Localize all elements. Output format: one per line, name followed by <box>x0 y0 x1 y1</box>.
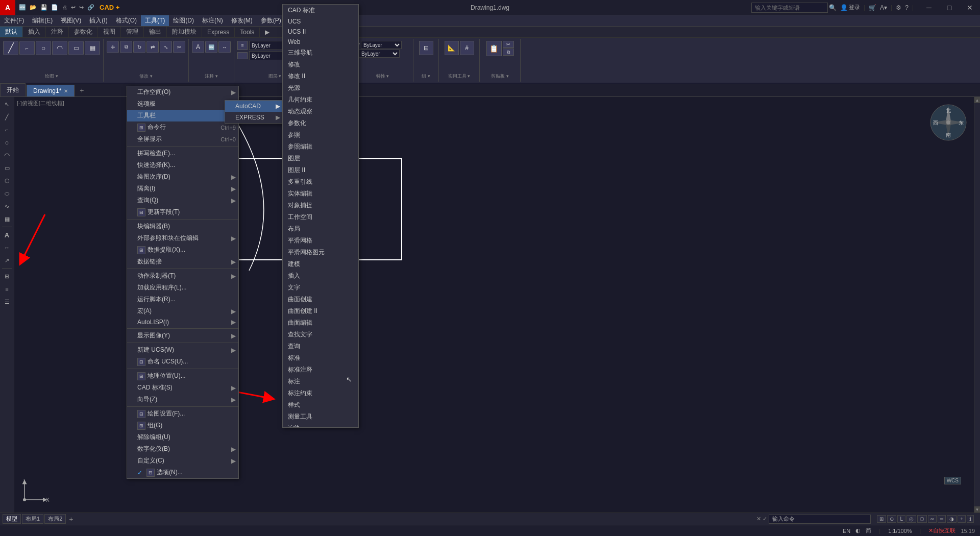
copy-clipboard-icon[interactable]: ⧉ <box>503 48 514 56</box>
menu-quicksel[interactable]: 快速选择(K)... <box>127 159 238 171</box>
arc-tool[interactable]: ◠ <box>52 41 67 55</box>
text-tool-l[interactable]: A <box>1 229 13 241</box>
menu-dimension[interactable]: 标注(N) <box>198 15 227 26</box>
func-tab-more[interactable]: ▶ <box>260 28 275 37</box>
menu-group[interactable]: ⊞ 组(G) <box>127 420 238 431</box>
menu-wizard[interactable]: 向导(Z)▶ <box>127 394 238 405</box>
menu-actionrec[interactable]: 动作录制器(T)▶ <box>127 270 238 282</box>
group-icon[interactable]: ⊟ <box>419 41 433 55</box>
lang-toggle[interactable]: EN <box>843 528 850 534</box>
dim-tool-l[interactable]: ↔ <box>1 241 13 254</box>
menu-format[interactable]: 格式(O) <box>112 15 141 26</box>
menu-draw[interactable]: 绘图(D) <box>169 15 198 26</box>
func-tab-view[interactable]: 视图 <box>98 27 121 37</box>
menu-ungroup[interactable]: 解除编组(U) <box>127 431 238 443</box>
menu-options[interactable]: ✓ ⊟ 选项(N)... <box>127 467 238 478</box>
menu-newucs[interactable]: 新建 UCS(W)▶ <box>127 344 238 356</box>
select-tool[interactable]: ↖ <box>1 98 13 110</box>
menu-cadstandard[interactable]: CAD 标准(S)▶ <box>127 382 238 394</box>
menu-dataextract[interactable]: ⊞ 数据提取(X)... <box>127 244 238 256</box>
tp-workspace[interactable]: 工作空间 <box>283 211 358 223</box>
menu-spell[interactable]: 拼写检查(E)... <box>127 148 238 159</box>
layer-tool-l[interactable]: ≡ <box>1 283 13 295</box>
maximize-button[interactable]: □ <box>939 0 960 15</box>
mirror-tool[interactable]: ⇄ <box>146 41 159 53</box>
menu-draftsettings[interactable]: ⊟ 绘图设置(F)... <box>127 408 238 420</box>
props-tool-l[interactable]: ☰ <box>1 296 13 308</box>
tp-3dorbit[interactable]: 动态观察 <box>283 106 358 117</box>
user-icon[interactable]: 👤 <box>840 4 848 11</box>
paste-icon[interactable]: 📋 <box>486 41 502 56</box>
tab-start[interactable]: 开始 <box>0 83 26 96</box>
dyn-input-toggle[interactable]: + <box>958 515 966 523</box>
layout1-tab[interactable]: 布局1 <box>22 514 43 524</box>
measure-icon[interactable]: 📐 <box>445 41 459 55</box>
menu-showimage[interactable]: 显示图像(Y)▶ <box>127 330 238 342</box>
move-tool[interactable]: ✛ <box>107 41 119 53</box>
tab-drawing1[interactable]: Drawing1* ✕ <box>27 85 75 96</box>
save-icon[interactable]: 💾 <box>39 4 48 11</box>
tp-light[interactable]: 光源 <box>283 82 358 94</box>
tp-layer[interactable]: 图层 <box>283 153 358 164</box>
menu-datalink[interactable]: 数据链接▶ <box>127 256 238 267</box>
menu-modify[interactable]: 修改(M) <box>227 15 257 26</box>
search-icon[interactable]: 🔍 <box>829 4 837 11</box>
trim-tool[interactable]: ✂ <box>173 41 185 53</box>
cut-icon[interactable]: ✂ <box>503 41 514 48</box>
quickprop-toggle[interactable]: ℹ <box>967 515 974 523</box>
tp-reference[interactable]: 参照 <box>283 129 358 141</box>
menu-loadapp[interactable]: 加载应用程序(L)... <box>127 282 238 294</box>
menu-commandline[interactable]: ⊞命令行Ctrl+9 <box>127 121 238 133</box>
menu-runscript[interactable]: 运行脚本(R)... <box>127 294 238 305</box>
tp-solidedit[interactable]: 实体编辑 <box>283 188 358 200</box>
menu-nameducs[interactable]: ⊟ 命名 UCS(U)... <box>127 356 238 368</box>
rotate-tool[interactable]: ↻ <box>133 41 145 53</box>
menu-isolate[interactable]: 隔离(I)▶ <box>127 183 238 194</box>
menu-edit[interactable]: 编辑(E) <box>28 15 57 26</box>
grid-toggle[interactable]: ⊞ <box>877 515 886 523</box>
layout2-tab[interactable]: 布局2 <box>44 514 66 524</box>
tp-ucs[interactable]: UCS <box>283 16 358 27</box>
menu-workspace[interactable]: 工作空间(O)▶ <box>127 86 238 98</box>
mtext-tool[interactable]: 🔤 <box>205 41 217 53</box>
tp-parametric[interactable]: 参数化 <box>283 117 358 129</box>
func-tab-express[interactable]: Express <box>202 28 235 37</box>
menu-fullscreen[interactable]: 全屏显示Ctrl+0 <box>127 133 238 145</box>
tab-add[interactable]: + <box>76 84 88 96</box>
line-tool[interactable]: ╱ <box>3 41 18 55</box>
spline-tool-l[interactable]: ∿ <box>1 200 13 212</box>
func-tab-manage[interactable]: 管理 <box>121 27 144 37</box>
minimize-button[interactable]: ─ <box>919 0 939 15</box>
polyline-tool[interactable]: ⌐ <box>19 41 35 55</box>
func-tab-insert[interactable]: 插入 <box>23 27 46 37</box>
tp-layer2[interactable]: 图层 II <box>283 164 358 176</box>
menu-macro[interactable]: 宏(A)▶ <box>127 305 238 317</box>
tp-web[interactable]: Web <box>283 37 358 47</box>
tp-osnap[interactable]: 对象捕捉 <box>283 200 358 211</box>
func-tab-tools[interactable]: Tools <box>235 28 260 37</box>
menu-customize[interactable]: 自定义(C)▶ <box>127 455 238 467</box>
tp-standard[interactable]: 标准 <box>283 352 358 364</box>
transparency-toggle[interactable]: ◑ <box>947 515 957 523</box>
menu-file[interactable]: 文件(F) <box>0 15 28 26</box>
func-tab-annotate[interactable]: 注释 <box>46 27 69 37</box>
search-input[interactable] <box>751 3 828 13</box>
menu-xrefedit[interactable]: 外部参照和块在位编辑▶ <box>127 232 238 244</box>
menu-view[interactable]: 视图(V) <box>57 15 85 26</box>
tp-render[interactable]: 渲染 <box>283 423 358 428</box>
arc-tool-l[interactable]: ◠ <box>1 149 13 161</box>
tp-3dnav[interactable]: 三维导航 <box>283 47 358 59</box>
tp-refedit[interactable]: 参照编辑 <box>283 141 358 153</box>
tp-smoothmesh[interactable]: 平滑网格 <box>283 235 358 247</box>
menu-insert[interactable]: 插入(I) <box>85 15 111 26</box>
menu-draworder[interactable]: 绘图次序(D)▶ <box>127 171 238 183</box>
redo-icon[interactable]: ↪ <box>78 4 85 11</box>
right-scrollbar[interactable]: ▲ ▼ <box>974 97 980 513</box>
tp-surfcreate[interactable]: 曲面创建 <box>283 294 358 305</box>
submenu-express[interactable]: EXPRESS▶ <box>225 112 290 123</box>
copy-tool[interactable]: ⧉ <box>120 41 132 53</box>
tp-ucs2[interactable]: UCS II <box>283 27 358 37</box>
tp-findtext[interactable]: 查找文字 <box>283 329 358 340</box>
polyline-tool-l[interactable]: ⌐ <box>1 124 13 136</box>
func-tab-output[interactable]: 输出 <box>144 27 167 37</box>
